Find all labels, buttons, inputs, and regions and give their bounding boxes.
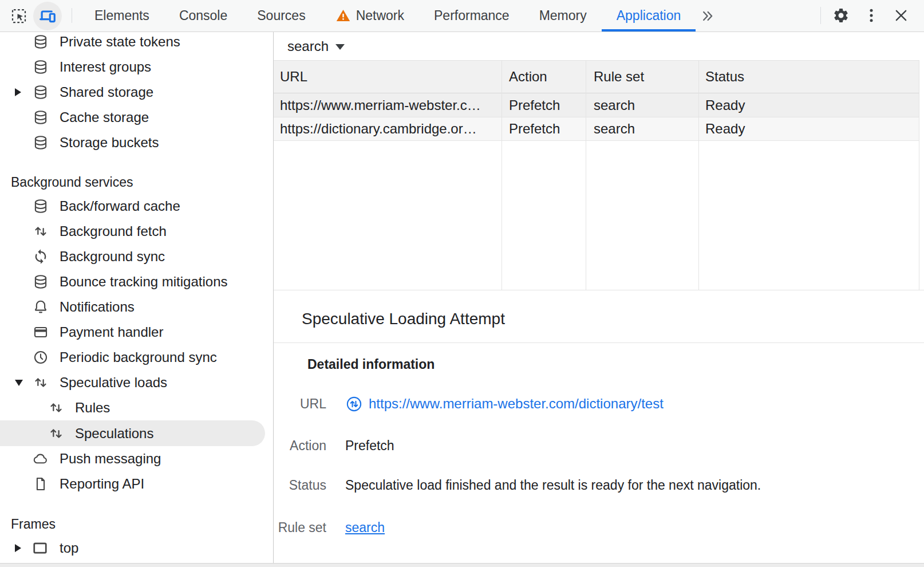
column-header-rule-set[interactable]: Rule set bbox=[586, 61, 699, 93]
speculative-load-circle-icon bbox=[345, 395, 363, 413]
sidebar-item-periodic-background-sync[interactable]: Periodic background sync bbox=[0, 345, 273, 370]
table-row[interactable]: https://dictionary.cambridge.or… Prefetc… bbox=[274, 117, 919, 141]
toolbar-separator bbox=[820, 7, 821, 24]
sidebar-item-push-messaging[interactable]: Push messaging bbox=[0, 446, 273, 471]
sidebar-item-private-state-tokens[interactable]: Private state tokens bbox=[0, 32, 273, 54]
sidebar-item-interest-groups[interactable]: Interest groups bbox=[0, 54, 273, 80]
devtools-tabbar: Elements Console Sources Network Perform… bbox=[0, 0, 924, 32]
inspect-element-icon[interactable] bbox=[10, 7, 27, 25]
action-label: Action bbox=[274, 438, 326, 454]
cell-status: Ready bbox=[699, 93, 919, 117]
sidebar-item-reporting-api[interactable]: Reporting API bbox=[0, 471, 273, 497]
toolbar-separator bbox=[72, 8, 72, 23]
table-header: URL Action Rule set Status bbox=[274, 60, 919, 93]
expand-arrow-icon[interactable] bbox=[15, 544, 21, 552]
up-down-arrows-icon bbox=[33, 375, 49, 391]
sidebar-item-cache-storage[interactable]: Cache storage bbox=[0, 105, 273, 130]
database-icon bbox=[33, 34, 49, 50]
tab-console[interactable]: Console bbox=[164, 0, 242, 32]
sidebar-item-storage-buckets[interactable]: Storage buckets bbox=[0, 130, 273, 155]
tab-sources[interactable]: Sources bbox=[242, 0, 320, 32]
settings-gear-icon[interactable] bbox=[832, 7, 850, 24]
detail-row-url: URL https://www.merriam-webster.com/dict… bbox=[274, 394, 924, 414]
cell-url: https://www.merriam-webster.c… bbox=[274, 93, 502, 117]
sidebar-item-background-sync[interactable]: Background sync bbox=[0, 244, 273, 269]
column-separator bbox=[919, 60, 919, 290]
status-value: Speculative load finished and the result… bbox=[345, 478, 761, 493]
expand-arrow-icon[interactable] bbox=[15, 88, 21, 96]
column-separator[interactable] bbox=[698, 60, 699, 290]
sidebar-item-payment-handler[interactable]: Payment handler bbox=[0, 320, 273, 345]
status-label: Status bbox=[274, 478, 326, 493]
column-separator[interactable] bbox=[502, 60, 502, 290]
more-menu-icon[interactable] bbox=[863, 7, 880, 24]
warning-triangle-icon bbox=[335, 8, 351, 23]
column-separator[interactable] bbox=[586, 60, 586, 290]
up-down-arrows-icon bbox=[33, 223, 49, 239]
cell-action: Prefetch bbox=[502, 117, 586, 140]
payment-card-icon bbox=[33, 324, 49, 340]
more-tabs-icon[interactable] bbox=[699, 0, 715, 32]
column-header-url[interactable]: URL bbox=[274, 61, 502, 93]
rule-set-label: Rule set bbox=[274, 520, 326, 536]
detail-row-action: Action Prefetch bbox=[274, 436, 924, 455]
action-value: Prefetch bbox=[345, 438, 394, 454]
sync-icon bbox=[33, 249, 49, 265]
bell-icon bbox=[33, 299, 49, 315]
sidebar-section-background-services: Background services bbox=[11, 170, 133, 195]
details-title: Speculative Loading Attempt bbox=[302, 310, 505, 328]
device-toolbar-button[interactable] bbox=[33, 2, 62, 30]
bottom-strip bbox=[0, 563, 924, 567]
sidebar-item-speculative-loads[interactable]: Speculative loads bbox=[0, 370, 273, 395]
device-toolbar-icon bbox=[38, 7, 57, 25]
sidebar-item-background-fetch[interactable]: Background fetch bbox=[0, 219, 273, 244]
url-link[interactable]: https://www.merriam-webster.com/dictiona… bbox=[369, 396, 664, 412]
cell-rule-set: search bbox=[586, 93, 699, 117]
rule-set-link[interactable]: search bbox=[345, 520, 385, 536]
cell-url: https://dictionary.cambridge.or… bbox=[274, 117, 502, 140]
sidebar-item-rules[interactable]: Rules bbox=[0, 395, 273, 420]
url-label: URL bbox=[274, 396, 326, 412]
speculations-toolbar: search bbox=[274, 32, 924, 60]
cell-rule-set: search bbox=[586, 117, 699, 140]
speculations-panel: search URL Action Rule set Status https:… bbox=[274, 32, 924, 563]
sidebar-item-back-forward-cache[interactable]: Back/forward cache bbox=[0, 194, 273, 219]
tab-performance[interactable]: Performance bbox=[419, 0, 524, 32]
details-heading: Detailed information bbox=[307, 357, 435, 372]
up-down-arrows-icon bbox=[48, 400, 64, 416]
cell-status: Ready bbox=[699, 117, 919, 140]
sidebar-item-top-frame[interactable]: top bbox=[0, 536, 273, 561]
database-icon bbox=[33, 59, 49, 75]
database-icon bbox=[33, 274, 49, 290]
sidebar-item-speculations[interactable]: Speculations bbox=[0, 420, 265, 446]
sidebar-section-frames: Frames bbox=[11, 511, 56, 537]
panel-tabs: Elements Console Sources Network Perform… bbox=[80, 0, 715, 32]
close-icon[interactable] bbox=[893, 7, 909, 23]
cell-action: Prefetch bbox=[502, 93, 586, 117]
tab-application[interactable]: Application bbox=[602, 0, 696, 32]
tab-memory[interactable]: Memory bbox=[524, 0, 602, 32]
section-divider bbox=[274, 342, 924, 343]
sidebar-item-shared-storage[interactable]: Shared storage bbox=[0, 80, 273, 105]
application-sidebar: Private state tokens Interest groups Sha… bbox=[0, 32, 274, 563]
sidebar-item-notifications[interactable]: Notifications bbox=[0, 294, 273, 320]
clock-icon bbox=[33, 349, 49, 365]
table-row[interactable]: https://www.merriam-webster.c… Prefetch … bbox=[274, 93, 919, 117]
sidebar-item-bounce-tracking-mitigations[interactable]: Bounce tracking mitigations bbox=[0, 269, 273, 294]
up-down-arrows-icon bbox=[48, 426, 64, 442]
column-header-action[interactable]: Action bbox=[502, 61, 586, 93]
cloud-icon bbox=[33, 451, 49, 467]
detail-row-status: Status Speculative load finished and the… bbox=[274, 475, 924, 495]
section-divider bbox=[274, 290, 924, 290]
ruleset-filter-dropdown[interactable]: search bbox=[287, 38, 345, 54]
collapse-arrow-icon[interactable] bbox=[15, 380, 23, 386]
document-icon bbox=[33, 476, 49, 492]
dropdown-caret-icon bbox=[335, 44, 345, 50]
database-icon bbox=[33, 84, 49, 100]
column-header-status[interactable]: Status bbox=[699, 61, 919, 93]
tab-elements[interactable]: Elements bbox=[80, 0, 164, 32]
tab-network[interactable]: Network bbox=[321, 0, 419, 32]
database-icon bbox=[33, 109, 49, 125]
database-icon bbox=[33, 135, 49, 151]
database-icon bbox=[33, 198, 49, 214]
